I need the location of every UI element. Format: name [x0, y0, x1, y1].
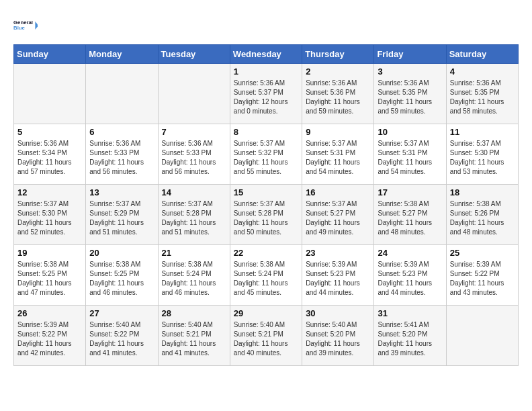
header-friday: Friday [374, 45, 446, 64]
day-info: Sunrise: 5:38 AM Sunset: 5:25 PM Dayligh… [89, 260, 154, 298]
table-row: 3Sunrise: 5:36 AM Sunset: 5:35 PM Daylig… [374, 64, 446, 124]
day-number: 6 [89, 127, 154, 137]
day-number: 19 [17, 248, 82, 258]
day-number: 23 [306, 248, 370, 258]
table-row: 26Sunrise: 5:39 AM Sunset: 5:22 PM Dayli… [14, 306, 86, 366]
table-row: 14Sunrise: 5:37 AM Sunset: 5:28 PM Dayli… [158, 185, 230, 245]
day-number: 4 [450, 66, 515, 77]
table-row: 25Sunrise: 5:39 AM Sunset: 5:22 PM Dayli… [446, 245, 518, 306]
day-number: 16 [306, 187, 370, 197]
day-info: Sunrise: 5:38 AM Sunset: 5:24 PM Dayligh… [162, 260, 226, 298]
table-row: 21Sunrise: 5:38 AM Sunset: 5:24 PM Dayli… [158, 245, 230, 306]
day-info: Sunrise: 5:36 AM Sunset: 5:36 PM Dayligh… [306, 79, 370, 116]
table-row: 5Sunrise: 5:36 AM Sunset: 5:34 PM Daylig… [14, 124, 86, 185]
table-row: 20Sunrise: 5:38 AM Sunset: 5:25 PM Dayli… [86, 245, 158, 306]
table-row: 7Sunrise: 5:36 AM Sunset: 5:33 PM Daylig… [158, 124, 230, 185]
day-number: 2 [306, 66, 370, 77]
week-row-1: 1Sunrise: 5:36 AM Sunset: 5:37 PM Daylig… [14, 64, 519, 124]
day-info: Sunrise: 5:37 AM Sunset: 5:31 PM Dayligh… [306, 139, 370, 177]
day-number: 24 [378, 248, 442, 258]
header-thursday: Thursday [302, 45, 374, 64]
calendar-table: SundayMondayTuesdayWednesdayThursdayFrid… [13, 44, 519, 366]
day-info: Sunrise: 5:36 AM Sunset: 5:35 PM Dayligh… [450, 79, 515, 116]
day-number: 17 [378, 187, 442, 197]
table-row: 31Sunrise: 5:41 AM Sunset: 5:20 PM Dayli… [374, 306, 446, 366]
day-info: Sunrise: 5:39 AM Sunset: 5:23 PM Dayligh… [378, 260, 442, 298]
day-number: 10 [378, 127, 442, 137]
logo-svg: General Blue [13, 13, 38, 38]
table-row: 17Sunrise: 5:38 AM Sunset: 5:27 PM Dayli… [374, 185, 446, 245]
table-row: 6Sunrise: 5:36 AM Sunset: 5:33 PM Daylig… [86, 124, 158, 185]
day-number: 15 [234, 187, 298, 197]
day-info: Sunrise: 5:40 AM Sunset: 5:20 PM Dayligh… [306, 320, 370, 358]
week-row-5: 26Sunrise: 5:39 AM Sunset: 5:22 PM Dayli… [14, 306, 519, 366]
day-number: 29 [234, 308, 298, 318]
svg-text:Blue: Blue [13, 25, 26, 31]
table-row [86, 64, 158, 124]
day-number: 13 [89, 187, 154, 197]
table-row: 10Sunrise: 5:37 AM Sunset: 5:31 PM Dayli… [374, 124, 446, 185]
day-info: Sunrise: 5:36 AM Sunset: 5:35 PM Dayligh… [378, 79, 442, 116]
day-info: Sunrise: 5:37 AM Sunset: 5:29 PM Dayligh… [89, 199, 154, 237]
page-header: General Blue [13, 13, 519, 38]
day-info: Sunrise: 5:37 AM Sunset: 5:28 PM Dayligh… [234, 199, 298, 237]
table-row: 22Sunrise: 5:38 AM Sunset: 5:24 PM Dayli… [230, 245, 302, 306]
day-number: 28 [162, 308, 226, 318]
day-info: Sunrise: 5:41 AM Sunset: 5:20 PM Dayligh… [378, 320, 442, 358]
day-info: Sunrise: 5:39 AM Sunset: 5:22 PM Dayligh… [450, 260, 515, 298]
table-row: 1Sunrise: 5:36 AM Sunset: 5:37 PM Daylig… [230, 64, 302, 124]
day-info: Sunrise: 5:40 AM Sunset: 5:21 PM Dayligh… [162, 320, 226, 358]
day-info: Sunrise: 5:38 AM Sunset: 5:27 PM Dayligh… [378, 199, 442, 237]
table-row: 23Sunrise: 5:39 AM Sunset: 5:23 PM Dayli… [302, 245, 374, 306]
table-row: 8Sunrise: 5:37 AM Sunset: 5:32 PM Daylig… [230, 124, 302, 185]
week-row-2: 5Sunrise: 5:36 AM Sunset: 5:34 PM Daylig… [14, 124, 519, 185]
table-row: 28Sunrise: 5:40 AM Sunset: 5:21 PM Dayli… [158, 306, 230, 366]
calendar-body: 1Sunrise: 5:36 AM Sunset: 5:37 PM Daylig… [14, 64, 519, 366]
table-row: 11Sunrise: 5:37 AM Sunset: 5:30 PM Dayli… [446, 124, 518, 185]
calendar-header: SundayMondayTuesdayWednesdayThursdayFrid… [14, 45, 519, 64]
header-wednesday: Wednesday [230, 45, 302, 64]
day-number: 30 [306, 308, 370, 318]
day-info: Sunrise: 5:37 AM Sunset: 5:30 PM Dayligh… [17, 199, 82, 237]
day-number: 9 [306, 127, 370, 137]
day-info: Sunrise: 5:37 AM Sunset: 5:31 PM Dayligh… [378, 139, 442, 177]
day-info: Sunrise: 5:36 AM Sunset: 5:33 PM Dayligh… [162, 139, 226, 177]
day-number: 14 [162, 187, 226, 197]
table-row: 30Sunrise: 5:40 AM Sunset: 5:20 PM Dayli… [302, 306, 374, 366]
day-info: Sunrise: 5:37 AM Sunset: 5:28 PM Dayligh… [162, 199, 226, 237]
table-row: 18Sunrise: 5:38 AM Sunset: 5:26 PM Dayli… [446, 185, 518, 245]
table-row: 24Sunrise: 5:39 AM Sunset: 5:23 PM Dayli… [374, 245, 446, 306]
week-row-3: 12Sunrise: 5:37 AM Sunset: 5:30 PM Dayli… [14, 185, 519, 245]
day-info: Sunrise: 5:36 AM Sunset: 5:34 PM Dayligh… [17, 139, 82, 177]
day-number: 22 [234, 248, 298, 258]
day-info: Sunrise: 5:37 AM Sunset: 5:30 PM Dayligh… [450, 139, 515, 177]
day-number: 1 [234, 66, 298, 77]
day-info: Sunrise: 5:37 AM Sunset: 5:27 PM Dayligh… [306, 199, 370, 237]
table-row: 4Sunrise: 5:36 AM Sunset: 5:35 PM Daylig… [446, 64, 518, 124]
day-info: Sunrise: 5:36 AM Sunset: 5:33 PM Dayligh… [89, 139, 154, 177]
table-row [446, 306, 518, 366]
table-row: 9Sunrise: 5:37 AM Sunset: 5:31 PM Daylig… [302, 124, 374, 185]
week-row-4: 19Sunrise: 5:38 AM Sunset: 5:25 PM Dayli… [14, 245, 519, 306]
header-saturday: Saturday [446, 45, 518, 64]
day-number: 25 [450, 248, 515, 258]
day-info: Sunrise: 5:40 AM Sunset: 5:21 PM Dayligh… [234, 320, 298, 358]
table-row [158, 64, 230, 124]
day-number: 3 [378, 66, 442, 77]
table-row: 15Sunrise: 5:37 AM Sunset: 5:28 PM Dayli… [230, 185, 302, 245]
day-info: Sunrise: 5:37 AM Sunset: 5:32 PM Dayligh… [234, 139, 298, 177]
header-sunday: Sunday [14, 45, 86, 64]
day-number: 31 [378, 308, 442, 318]
day-number: 26 [17, 308, 82, 318]
logo: General Blue [13, 13, 38, 38]
day-number: 20 [89, 248, 154, 258]
header-monday: Monday [86, 45, 158, 64]
day-number: 18 [450, 187, 515, 197]
day-number: 27 [89, 308, 154, 318]
table-row: 13Sunrise: 5:37 AM Sunset: 5:29 PM Dayli… [86, 185, 158, 245]
day-number: 7 [162, 127, 226, 137]
day-info: Sunrise: 5:38 AM Sunset: 5:25 PM Dayligh… [17, 260, 82, 298]
day-info: Sunrise: 5:36 AM Sunset: 5:37 PM Dayligh… [234, 79, 298, 116]
day-info: Sunrise: 5:38 AM Sunset: 5:26 PM Dayligh… [450, 199, 515, 237]
header-row: SundayMondayTuesdayWednesdayThursdayFrid… [14, 45, 519, 64]
